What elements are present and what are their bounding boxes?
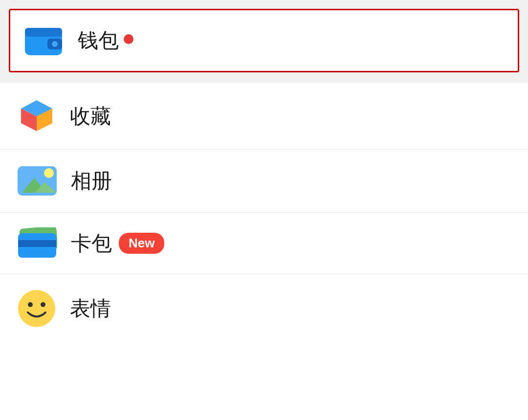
new-badge: New: [119, 233, 164, 254]
album-item[interactable]: 相册: [0, 150, 528, 213]
collection-icon: [17, 98, 56, 134]
cardpack-item[interactable]: 卡包 New: [0, 213, 528, 274]
cardpack-label-row: 卡包 New: [71, 230, 164, 257]
album-label: 相册: [71, 167, 112, 195]
cardpack-label: 卡包: [71, 230, 112, 257]
svg-rect-1: [25, 28, 62, 37]
svg-point-11: [44, 168, 54, 178]
wallet-label: 钱包: [78, 27, 119, 54]
svg-point-3: [52, 41, 58, 47]
emoji-label: 表情: [70, 295, 111, 322]
menu-list: 收藏 相册: [0, 83, 528, 420]
favorites-item[interactable]: 收藏: [0, 83, 528, 150]
svg-point-17: [41, 302, 45, 307]
wallet-label-row: 钱包: [78, 27, 133, 54]
page-container: 钱包 收藏: [0, 0, 528, 420]
wallet-highlighted-item[interactable]: 钱包: [9, 9, 519, 72]
notification-dot: [124, 34, 133, 44]
favorites-label: 收藏: [70, 103, 111, 130]
emoji-item[interactable]: 表情: [0, 274, 528, 343]
svg-point-15: [18, 290, 55, 327]
album-icon: [17, 164, 57, 198]
wallet-icon: [25, 24, 64, 57]
emoji-icon: [17, 289, 56, 328]
cardpack-icon: [17, 227, 57, 259]
svg-point-16: [28, 302, 33, 307]
svg-rect-14: [18, 240, 56, 247]
